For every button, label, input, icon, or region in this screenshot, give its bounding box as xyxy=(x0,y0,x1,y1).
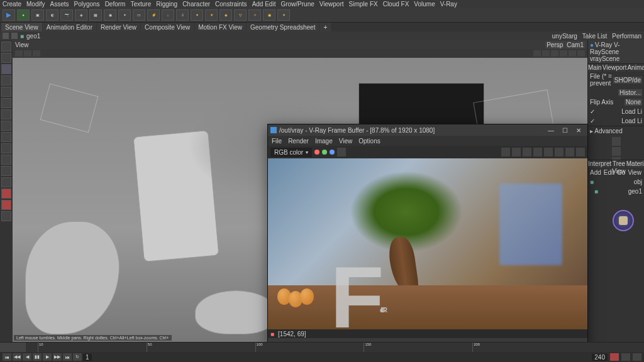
vfb-menu-file[interactable]: File xyxy=(272,138,282,145)
vp-btn-r3[interactable] xyxy=(551,50,558,57)
vfb-dot-r[interactable] xyxy=(314,150,319,155)
shelf-spotlight[interactable]: ▽ xyxy=(234,9,247,21)
tl-end[interactable]: 240 xyxy=(592,354,608,361)
vfb-track-icon[interactable] xyxy=(533,148,542,156)
tab-add[interactable]: + xyxy=(319,23,331,31)
tl-stepback[interactable]: ◀ xyxy=(23,353,31,361)
vfb-menu-render[interactable]: Render xyxy=(288,138,309,145)
menu-volume[interactable]: Volume xyxy=(414,1,435,8)
shelf-domelight[interactable]: ◉ xyxy=(104,9,116,21)
vfb-save-icon[interactable] xyxy=(501,148,510,156)
shelf-ipr[interactable]: ▣ xyxy=(31,9,44,21)
tool-lasso[interactable] xyxy=(1,53,11,63)
vfb-titlebar[interactable]: /out/vray - V-Ray Frame Buffer - [87.8% … xyxy=(268,124,587,136)
net-view[interactable]: View xyxy=(628,169,641,176)
rp-ico-1[interactable] xyxy=(612,137,621,146)
vfb-mono-icon[interactable] xyxy=(337,148,346,156)
shelf-importscen[interactable]: ⇩ xyxy=(176,9,189,21)
shelf-lightlitter[interactable]: ✦ xyxy=(277,9,290,21)
rp-flip-select[interactable]: None xyxy=(625,99,642,106)
tl-first[interactable]: ⏮ xyxy=(3,353,11,361)
vp-persp-pill[interactable]: Persp xyxy=(545,41,564,48)
tl-key[interactable] xyxy=(621,353,630,361)
vp-btn-2[interactable] xyxy=(24,50,31,57)
menu-viewport[interactable]: Viewport xyxy=(319,1,344,8)
vfb-stop-icon[interactable]: ■ xyxy=(270,331,274,337)
tool-handle[interactable] xyxy=(1,98,11,108)
shelf-lightmesh[interactable]: ◈ xyxy=(219,9,232,21)
tab-renderview[interactable]: Render View xyxy=(97,23,140,31)
vfb-channel-select[interactable]: RGB color ▾ xyxy=(270,148,312,157)
shelf-lightsem[interactable]: ✧ xyxy=(248,9,261,21)
vfb-dot-b[interactable] xyxy=(330,150,335,155)
tl-stepfwd[interactable]: ▶▶ xyxy=(53,353,62,361)
vp-btn-1[interactable] xyxy=(15,50,23,57)
tab-geospread[interactable]: Geometry Spreadsheet xyxy=(247,23,319,31)
shelf-showid[interactable]: ◐ xyxy=(46,9,58,21)
rp-tab-anima[interactable]: Anima xyxy=(627,64,644,72)
tool-move[interactable] xyxy=(1,64,11,74)
vp-cam-pill[interactable]: Cam1 xyxy=(565,41,585,48)
vfb-close[interactable]: ✕ xyxy=(572,126,585,134)
shelf-snelke[interactable]: ✦ xyxy=(118,9,131,21)
tool-scale[interactable] xyxy=(1,87,11,97)
shelf-express[interactable]: ⚡ xyxy=(147,9,160,21)
net-geo1[interactable]: geo1 xyxy=(628,188,642,195)
path-strategy[interactable]: unyStarg xyxy=(552,33,577,40)
rp-ico-2[interactable] xyxy=(612,147,621,156)
tool-headphones[interactable] xyxy=(1,200,11,210)
path-takelist[interactable]: Take List xyxy=(582,33,607,40)
tool-brush[interactable] xyxy=(1,109,11,119)
menu-vray[interactable]: V-Ray xyxy=(440,1,457,8)
path-label[interactable]: geo1 xyxy=(26,33,40,40)
nettab-interpret[interactable]: Interpret xyxy=(588,160,612,168)
vp-btn-r4[interactable] xyxy=(560,50,567,57)
tool-snap[interactable] xyxy=(1,121,11,131)
nav-fwd-icon[interactable] xyxy=(11,33,18,39)
net-add[interactable]: Add xyxy=(590,169,601,176)
vp-btn-r2[interactable] xyxy=(542,50,550,57)
vfb-history-icon[interactable] xyxy=(555,148,564,156)
menu-addedit[interactable]: Add Edit xyxy=(252,1,276,8)
vfb-minimize[interactable]: — xyxy=(545,126,557,134)
nettab-treeview[interactable]: Tree View xyxy=(612,160,626,168)
shelf-render[interactable]: ▶ xyxy=(3,9,15,21)
menu-deform[interactable]: Deform xyxy=(105,1,126,8)
tl-pause[interactable]: ▮▮ xyxy=(33,353,42,361)
tab-compview[interactable]: Composite View xyxy=(141,23,194,31)
vfb-menu-image[interactable]: Image xyxy=(315,138,333,145)
tool-inspect[interactable] xyxy=(1,166,11,176)
menu-polygons[interactable]: Polygons xyxy=(74,1,99,8)
menu-growprune[interactable]: Grow/Prune xyxy=(280,1,314,8)
rp-advanced-toggle[interactable]: ▸ Advanced xyxy=(590,128,623,134)
vfb-lens-icon[interactable] xyxy=(576,148,585,156)
rp-history[interactable]: Histor... xyxy=(618,89,642,96)
shelf-meshlight[interactable]: ◈ xyxy=(75,9,87,21)
vray-frame-buffer[interactable]: /out/vray - V-Ray Frame Buffer - [87.8% … xyxy=(267,124,588,348)
rp-check1[interactable]: ✓ xyxy=(590,108,595,115)
tool-color[interactable] xyxy=(1,211,11,221)
nav-back-icon[interactable] xyxy=(3,33,9,39)
rp-tab-main[interactable]: Main xyxy=(588,64,602,72)
tab-sceneview[interactable]: Scene View xyxy=(1,23,42,31)
shelf-importhov[interactable]: ↓ xyxy=(162,9,174,21)
path-perf[interactable]: Performan xyxy=(612,33,641,40)
net-go[interactable]: Go xyxy=(617,169,625,176)
tab-animeditor[interactable]: Animation Editor xyxy=(43,23,96,31)
rp-tab-viewport[interactable]: Viewport xyxy=(602,64,628,72)
vfb-menu-view[interactable]: View xyxy=(339,138,353,145)
tool-red[interactable] xyxy=(1,189,11,199)
tl-frame[interactable]: 1 xyxy=(83,354,92,361)
tool-select[interactable] xyxy=(1,41,11,52)
tool-cut[interactable] xyxy=(1,132,11,142)
menu-create[interactable]: Create xyxy=(3,1,21,8)
timeline-track[interactable]: 10 50 100 150 200 xyxy=(0,342,644,352)
rp-check2[interactable]: ✓ xyxy=(590,118,595,124)
vfb-render-image[interactable] xyxy=(268,158,587,329)
vp-btn-r1[interactable] xyxy=(533,50,541,57)
tl-rewind[interactable]: ◀◀ xyxy=(13,353,21,361)
shelf-physcam[interactable]: 📷 xyxy=(60,9,73,21)
menu-texture[interactable]: Texture xyxy=(130,1,151,8)
shelf-beatmap[interactable]: ▦ xyxy=(89,9,102,21)
path-obj-icon[interactable]: ■ xyxy=(20,33,24,40)
